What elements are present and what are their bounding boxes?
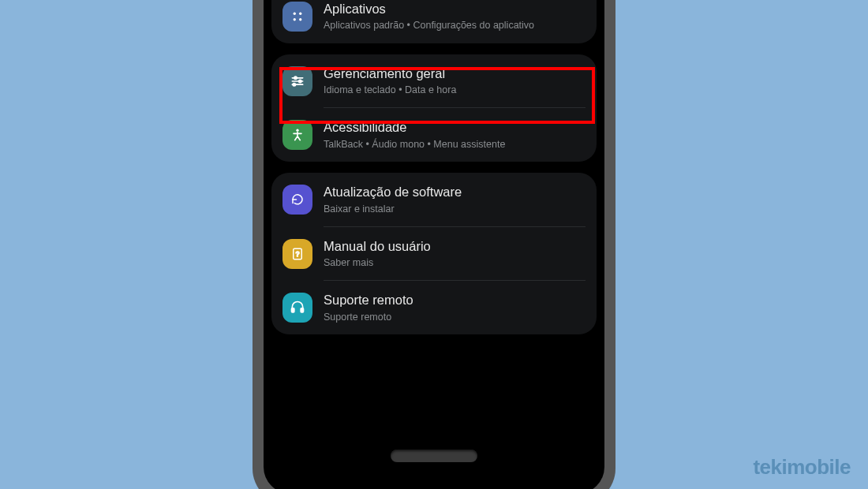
- row-subtitle: Suporte remoto: [324, 311, 584, 323]
- phone-chin: [264, 439, 604, 489]
- row-text: Gerenciamento geral Idioma e teclado • D…: [324, 65, 584, 97]
- row-text: Acessibilidade TalkBack • Áudio mono • M…: [324, 119, 584, 151]
- settings-group: Gerenciamento geral Idioma e teclado • D…: [271, 54, 597, 162]
- svg-rect-14: [292, 308, 294, 312]
- row-title: Gerenciamento geral: [324, 65, 584, 82]
- svg-text:?: ?: [296, 251, 300, 258]
- svg-point-11: [296, 129, 298, 132]
- row-title: Atualização de software: [324, 184, 584, 200]
- settings-row-software-update[interactable]: Atualização de software Baixar e instala…: [271, 173, 597, 226]
- svg-point-8: [299, 80, 301, 82]
- row-subtitle: TalkBack • Áudio mono • Menu assistente: [324, 138, 584, 151]
- apps-icon: [282, 2, 312, 32]
- row-text: Aplicativos Aplicativos padrão • Configu…: [324, 1, 584, 32]
- settings-row-apps[interactable]: Aplicativos Aplicativos padrão • Configu…: [271, 0, 597, 43]
- svg-point-6: [294, 77, 297, 79]
- accessibility-icon: [282, 120, 312, 150]
- settings-row-user-manual[interactable]: ? Manual do usuário Saber mais: [271, 227, 597, 281]
- settings-row-general-management[interactable]: Gerenciamento geral Idioma e teclado • D…: [271, 54, 597, 108]
- row-title: Aplicativos: [324, 1, 584, 17]
- settings-row-accessibility[interactable]: Acessibilidade TalkBack • Áudio mono • M…: [271, 108, 597, 162]
- settings-group: Armazenamento • Memória • Proteção do ap…: [271, 0, 597, 43]
- watermark-logo: tekimobile: [753, 455, 851, 480]
- sliders-icon: [282, 66, 312, 96]
- update-icon: [282, 185, 312, 215]
- svg-point-3: [294, 18, 296, 21]
- row-title: Manual do usuário: [324, 238, 584, 255]
- row-subtitle: Baixar e instalar: [324, 203, 584, 215]
- svg-point-10: [293, 83, 295, 85]
- row-subtitle: Saber mais: [324, 256, 584, 269]
- phone-screen-frame: Armazenamento • Memória • Proteção do ap…: [264, 0, 604, 489]
- svg-point-1: [294, 12, 296, 14]
- svg-point-4: [299, 18, 301, 21]
- row-title: Suporte remoto: [324, 292, 584, 308]
- svg-point-2: [299, 12, 301, 14]
- row-subtitle: Idioma e teclado • Data e hora: [324, 84, 584, 96]
- row-title: Acessibilidade: [324, 119, 584, 136]
- phone-mockup: Armazenamento • Memória • Proteção do ap…: [253, 0, 615, 489]
- headset-icon: [282, 293, 312, 323]
- row-subtitle: Aplicativos padrão • Configurações do ap…: [324, 19, 584, 32]
- row-text: Manual do usuário Saber mais: [324, 238, 584, 270]
- svg-rect-15: [301, 308, 303, 312]
- settings-screen[interactable]: Armazenamento • Memória • Proteção do ap…: [264, 0, 604, 424]
- settings-group: Atualização de software Baixar e instala…: [271, 173, 597, 334]
- settings-row-remote-support[interactable]: Suporte remoto Suporte remoto: [271, 281, 597, 334]
- manual-icon: ?: [282, 239, 312, 269]
- row-text: Atualização de software Baixar e instala…: [324, 184, 584, 215]
- speaker-grille: [391, 450, 477, 462]
- row-text: Suporte remoto Suporte remoto: [324, 292, 584, 323]
